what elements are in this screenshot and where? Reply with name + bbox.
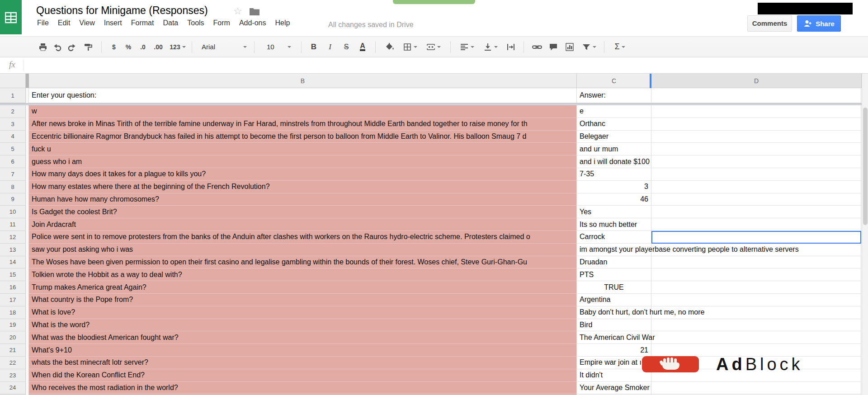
hidden-column-a-strip[interactable]	[26, 331, 29, 344]
cell-B19[interactable]: What is the word?	[29, 319, 577, 332]
hidden-column-a-strip[interactable]	[26, 256, 29, 269]
cell-C10[interactable]: Yes	[577, 206, 651, 218]
cell-D6[interactable]	[651, 155, 861, 168]
share-button[interactable]: Share	[797, 15, 841, 32]
row-header-4[interactable]: 4	[0, 131, 26, 143]
cell-B15[interactable]: Tolkien wrote the Hobbit as a way to dea…	[29, 268, 577, 281]
bold-button[interactable]: B	[307, 37, 321, 57]
format-currency-button[interactable]: $	[108, 37, 120, 57]
cell-C20[interactable]: The American Civil War	[577, 331, 651, 344]
cell-C18[interactable]: Baby don't hurt, don't hurt me, no more	[577, 306, 651, 319]
cell-B4[interactable]: Eccentric billionaire Ragmor Brandybuck …	[29, 131, 577, 143]
row-header-7[interactable]: 7	[0, 168, 26, 181]
comments-button[interactable]: Comments	[747, 15, 792, 32]
cell-C9[interactable]: 46	[577, 193, 651, 206]
menu-format[interactable]: Format	[127, 18, 159, 30]
increase-decimal-button[interactable]: .00	[151, 37, 165, 57]
cell-B5[interactable]: fuck u	[29, 143, 577, 155]
cell-D10[interactable]	[651, 206, 861, 218]
row-header-14[interactable]: 14	[0, 256, 26, 269]
cell-D3[interactable]	[651, 118, 861, 131]
hidden-column-a-strip[interactable]	[26, 306, 29, 319]
row-header-6[interactable]: 6	[0, 155, 26, 168]
hidden-column-a-strip[interactable]	[26, 118, 29, 131]
row-header-16[interactable]: 16	[0, 281, 26, 294]
cell-C2[interactable]: e	[577, 105, 651, 118]
cell-D9[interactable]	[651, 193, 861, 206]
cell-D17[interactable]	[651, 294, 861, 306]
hidden-column-a-strip[interactable]	[26, 74, 29, 88]
cell-B20[interactable]: What was the bloodiest American fought w…	[29, 331, 577, 344]
insert-chart-button[interactable]	[562, 37, 577, 57]
cell-C6[interactable]: and i will donate $100	[577, 155, 651, 168]
cell-C11[interactable]: Its so much better	[577, 218, 651, 231]
hidden-column-a-strip[interactable]	[26, 244, 29, 256]
merge-cells-button[interactable]	[423, 37, 444, 57]
hidden-column-a-strip[interactable]	[26, 281, 29, 294]
row-header-20[interactable]: 20	[0, 331, 26, 344]
hidden-column-a-strip[interactable]	[26, 193, 29, 206]
cell-D8[interactable]	[651, 181, 861, 193]
cell-D14[interactable]	[651, 256, 861, 269]
cell-B8[interactable]: How many estates where there at the begi…	[29, 181, 577, 193]
hidden-column-a-strip[interactable]	[26, 382, 29, 395]
hidden-column-a-strip[interactable]	[26, 344, 29, 357]
redo-button[interactable]	[65, 37, 79, 57]
row-header-2[interactable]: 2	[0, 105, 26, 118]
save-status[interactable]: All changes saved in Drive	[328, 21, 414, 29]
font-size-select[interactable]: 10	[260, 37, 297, 57]
vertical-align-button[interactable]	[480, 37, 501, 57]
cell-B2[interactable]: w	[29, 105, 577, 118]
hidden-column-a-strip[interactable]	[26, 168, 29, 181]
cell-D1[interactable]	[651, 88, 861, 103]
document-title[interactable]: Questions for Minigame (Responses)	[36, 5, 208, 17]
cell-B7[interactable]: How many days does it takes for a plague…	[29, 168, 577, 181]
cell-B10[interactable]: Is Gadget the coolest Brit?	[29, 206, 577, 218]
cell-C19[interactable]: Bird	[577, 319, 651, 332]
row-header-18[interactable]: 18	[0, 306, 26, 319]
adblock-ad-overlay[interactable]: AdBlock	[642, 354, 803, 374]
hidden-column-a-strip[interactable]	[26, 143, 29, 155]
cell-C24[interactable]: Your Average Smoker	[577, 382, 651, 395]
menu-addons[interactable]: Add-ons	[235, 18, 271, 30]
font-family-select[interactable]: Arial	[198, 37, 250, 57]
menu-data[interactable]: Data	[158, 18, 183, 30]
sheets-logo[interactable]	[0, 0, 22, 34]
insert-link-button[interactable]	[530, 37, 544, 57]
hidden-column-a-strip[interactable]	[26, 294, 29, 306]
filter-button[interactable]	[579, 37, 599, 57]
menu-form[interactable]: Form	[209, 18, 235, 30]
cell-D12-selected[interactable]	[651, 231, 861, 244]
hidden-column-a-strip[interactable]	[26, 105, 29, 118]
cell-C14[interactable]: Druadan	[577, 256, 651, 269]
menu-help[interactable]: Help	[271, 18, 295, 30]
cell-C16[interactable]: TRUE	[577, 281, 651, 294]
frozen-row-divider[interactable]	[0, 103, 862, 105]
horizontal-align-button[interactable]	[457, 37, 477, 57]
row-header-19[interactable]: 19	[0, 319, 26, 332]
cell-B6[interactable]: guess who i am	[29, 155, 577, 168]
row-header-11[interactable]: 11	[0, 218, 26, 231]
cell-D16[interactable]	[651, 281, 861, 294]
cell-D2[interactable]	[651, 105, 861, 118]
row-header-1[interactable]: 1	[0, 88, 26, 103]
menu-file[interactable]: File	[33, 18, 53, 30]
hidden-column-a-strip[interactable]	[26, 369, 29, 382]
insert-comment-button[interactable]	[546, 37, 561, 57]
cell-C17[interactable]: Argentina	[577, 294, 651, 306]
row-header-24[interactable]: 24	[0, 382, 26, 395]
cell-B11[interactable]: Join Ardacraft	[29, 218, 577, 231]
row-header-17[interactable]: 17	[0, 294, 26, 306]
cell-D4[interactable]	[651, 131, 861, 143]
cell-B13[interactable]: saw your post asking who i was	[29, 244, 577, 256]
cell-D24[interactable]	[651, 382, 861, 395]
undo-button[interactable]	[51, 37, 64, 57]
column-header-d[interactable]: D	[651, 74, 862, 88]
menu-insert[interactable]: Insert	[99, 18, 127, 30]
row-header-12[interactable]: 12	[0, 231, 26, 244]
row-header-8[interactable]: 8	[0, 181, 26, 193]
cell-B1[interactable]: Enter your question:	[29, 88, 577, 103]
hidden-column-a-strip[interactable]	[26, 231, 29, 244]
cell-B9[interactable]: Human have how many chromosomes?	[29, 193, 577, 206]
cell-B16[interactable]: Trump makes America great Again?	[29, 281, 577, 294]
